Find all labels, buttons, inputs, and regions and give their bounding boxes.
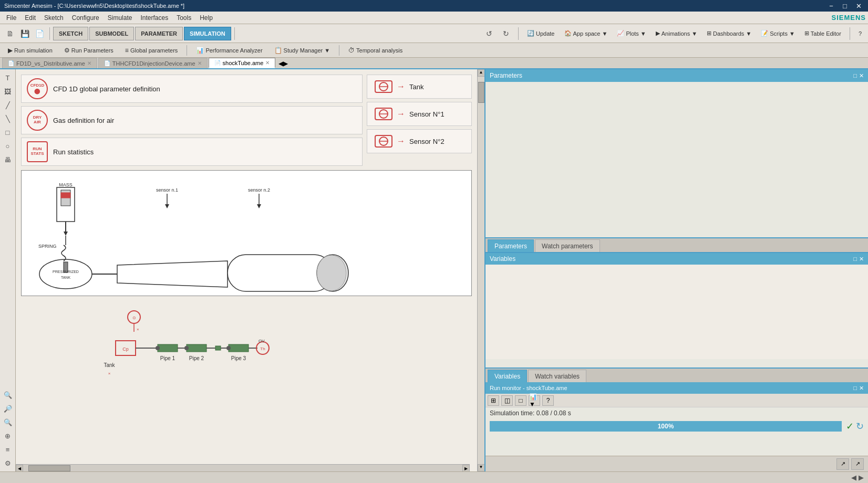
v-scroll-down-btn[interactable]: ▼ xyxy=(478,464,485,471)
status-arrows[interactable]: ◀ ▶ xyxy=(851,474,864,481)
performance-analyzer-btn[interactable]: 📊 Performance Analyzer xyxy=(191,45,267,56)
redo-btn[interactable]: ↻ xyxy=(499,27,513,40)
sensor2-item[interactable]: → Sensor N°2 xyxy=(367,129,472,153)
watch-params-tab[interactable]: Watch parameters xyxy=(535,239,600,252)
maximize-btn[interactable]: □ xyxy=(840,2,850,10)
variables-restore-btn[interactable]: □ xyxy=(853,256,857,262)
run-stats-component[interactable]: RUNSTATS Run statistics xyxy=(21,138,363,166)
h-scroll-track[interactable] xyxy=(23,465,462,471)
h-scroll-right-btn[interactable]: ▶ xyxy=(462,465,470,471)
sidebar-search-icon[interactable]: 🔍 xyxy=(2,388,14,401)
h-scroll-left-btn[interactable]: ◀ xyxy=(16,465,23,471)
toolbar-icon-1[interactable]: 🗎 xyxy=(3,27,17,40)
sidebar-text-icon[interactable]: T xyxy=(2,71,14,84)
run-simulation-btn[interactable]: ▶ Run simulation xyxy=(3,45,57,56)
variables-tab[interactable]: Variables xyxy=(488,370,527,382)
menu-edit[interactable]: Edit xyxy=(20,13,40,23)
parameter-mode-btn[interactable]: PARAMETER xyxy=(135,27,183,40)
run-monitor-close-btn[interactable]: ✕ xyxy=(859,385,864,392)
sidebar-img-icon[interactable]: 🖼 xyxy=(2,85,14,98)
sensor1-item[interactable]: → Sensor N°1 xyxy=(367,102,472,126)
tab-fd1d[interactable]: 📄 FD1D_vs_Distributive.ame ✕ xyxy=(2,58,97,68)
toolbar-icon-2[interactable]: 💾 xyxy=(18,27,32,40)
rm-btn-3[interactable]: □ xyxy=(515,395,526,406)
menu-sketch[interactable]: Sketch xyxy=(40,13,68,23)
study-manager-btn[interactable]: 📋 Study Manager ▼ xyxy=(270,45,335,56)
rp-bottom-btn2[interactable]: ↗ xyxy=(851,458,864,470)
temporal-analysis-btn[interactable]: ⏱ Temporal analysis xyxy=(344,45,407,56)
tank-sensor-item[interactable]: → Tank xyxy=(367,75,472,99)
submodel-mode-btn[interactable]: SUBMODEL xyxy=(89,27,134,40)
status-right-btn[interactable]: ▶ xyxy=(859,474,864,481)
help-btn[interactable]: ? xyxy=(855,29,865,38)
status-left-btn[interactable]: ◀ xyxy=(851,474,856,481)
temporal-icon: ⏱ xyxy=(348,47,355,54)
variables-close-btn[interactable]: ✕ xyxy=(859,256,864,262)
window-controls[interactable]: − □ ✕ xyxy=(826,2,864,10)
sidebar-settings-icon[interactable]: ⚙ xyxy=(2,457,14,469)
menu-configure[interactable]: Configure xyxy=(68,13,104,23)
rm-btn-2[interactable]: ◫ xyxy=(501,395,513,406)
app-space-btn[interactable]: 🏠 App space ▼ xyxy=(561,29,611,38)
sidebar-zoom-in-icon[interactable]: 🔎 xyxy=(2,402,14,415)
sidebar-zoom-out-icon[interactable]: 🔍 xyxy=(2,416,14,428)
dashboards-btn[interactable]: ⊞ Dashboards ▼ xyxy=(704,29,755,38)
toolbar-icon-3[interactable]: 📄 xyxy=(33,27,46,40)
rp-bottom-btn1[interactable]: ↗ xyxy=(836,458,849,470)
tab-close-3[interactable]: ✕ xyxy=(265,60,270,66)
variables-controls[interactable]: □ ✕ xyxy=(853,256,864,262)
rm-btn-4[interactable]: 📊▼ xyxy=(529,395,540,406)
h-scrollbar[interactable]: ◀ ▶ xyxy=(16,464,470,471)
rm-btn-help[interactable]: ? xyxy=(542,395,554,406)
simulation-mode-btn[interactable]: SIMULATION xyxy=(184,27,231,40)
update-btn[interactable]: 🔄 Update xyxy=(524,29,557,38)
sidebar-diag-icon[interactable]: ╲ xyxy=(2,112,14,125)
cfd1d-label: CFD 1D global parameter definition xyxy=(53,85,160,93)
menu-simulate[interactable]: Simulate xyxy=(104,13,137,23)
tab-thhcfd[interactable]: 📄 THHCFD1DinjectionDevice.ame ✕ xyxy=(98,58,208,68)
minimize-btn[interactable]: − xyxy=(826,2,836,10)
sidebar-circle-icon[interactable]: ○ xyxy=(2,140,14,152)
run-monitor-restore-btn[interactable]: □ xyxy=(853,385,857,392)
v-scroll-track[interactable] xyxy=(478,77,485,464)
tab-nav[interactable]: ◀▶ xyxy=(276,59,290,68)
close-btn[interactable]: ✕ xyxy=(853,2,864,10)
menu-interfaces[interactable]: Interfaces xyxy=(136,13,172,23)
watch-variables-tab[interactable]: Watch variables xyxy=(528,370,586,382)
run-parameters-btn[interactable]: ⚙ Run Parameters xyxy=(59,45,118,56)
sidebar-line-icon[interactable]: ╱ xyxy=(2,99,14,111)
undo-btn[interactable]: ↺ xyxy=(482,27,496,40)
sidebar-print-icon[interactable]: 🖶 xyxy=(2,153,14,166)
gas-air-component[interactable]: DRYAIR Gas definition for air xyxy=(21,106,363,134)
animations-btn[interactable]: ▶ Animations ▼ xyxy=(653,29,700,38)
cfd1d-component[interactable]: CFD1D⬤ CFD 1D global parameter definitio… xyxy=(21,75,363,103)
sketch-mode-btn[interactable]: SKETCH xyxy=(53,27,88,40)
menu-tools[interactable]: Tools xyxy=(172,13,195,23)
plots-btn[interactable]: 📈 Plots ▼ xyxy=(614,29,649,38)
panel-controls[interactable]: □ ✕ xyxy=(853,72,864,79)
panel-close-btn[interactable]: ✕ xyxy=(859,72,864,79)
rm-btn-1[interactable]: ⊞ xyxy=(488,395,499,406)
tab-close-2[interactable]: ✕ xyxy=(198,60,202,66)
tab-close-1[interactable]: ✕ xyxy=(87,60,91,66)
sidebar-fit-icon[interactable]: ⊕ xyxy=(2,429,14,442)
tank-arrow-icon: → xyxy=(397,82,405,91)
h-scroll-thumb[interactable] xyxy=(28,465,70,471)
canvas-inner[interactable]: CFD1D⬤ CFD 1D global parameter definitio… xyxy=(16,69,477,471)
progress-controls[interactable]: ✓ ↻ xyxy=(846,421,864,432)
sidebar-rect-icon[interactable]: □ xyxy=(2,126,14,139)
table-editor-btn[interactable]: ⊞ Table Editor xyxy=(801,29,844,38)
scripts-btn[interactable]: 📝 Scripts ▼ xyxy=(758,29,798,38)
v-scrollbar[interactable]: ▲ ▼ xyxy=(477,69,484,471)
run-monitor-controls[interactable]: □ ✕ xyxy=(853,385,864,392)
global-parameters-btn[interactable]: ≡ Global parameters xyxy=(120,45,183,56)
menu-file[interactable]: File xyxy=(2,13,20,23)
tab-shocktube[interactable]: 📄 shockTube.ame ✕ xyxy=(209,58,276,68)
menu-help[interactable]: Help xyxy=(195,13,217,23)
params-tab[interactable]: Parameters xyxy=(488,239,534,252)
v-scroll-up-btn[interactable]: ▲ xyxy=(478,69,485,77)
refresh-icon[interactable]: ↻ xyxy=(856,421,864,432)
v-scroll-thumb[interactable] xyxy=(478,82,484,103)
sidebar-layers-icon[interactable]: ≡ xyxy=(2,443,14,456)
panel-restore-btn[interactable]: □ xyxy=(853,72,857,79)
